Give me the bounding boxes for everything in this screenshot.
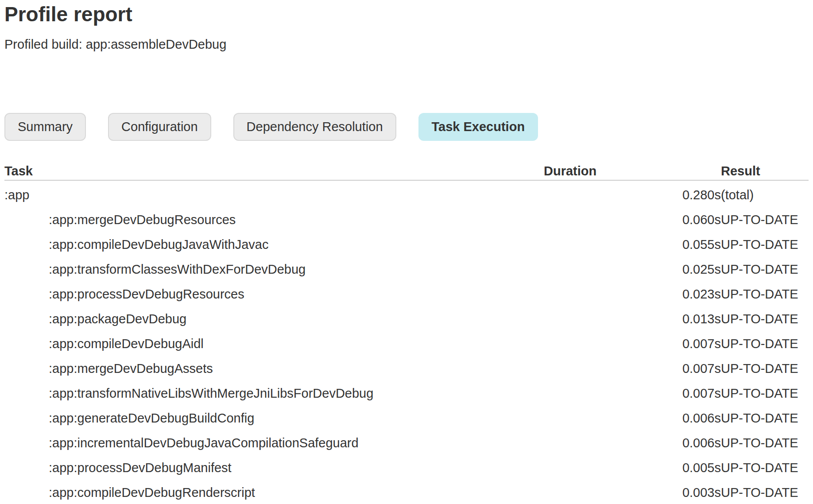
task-duration-cell: 0.003s — [544, 481, 721, 504]
table-row: :app:transformNativeLibsWithMergeJniLibs… — [4, 381, 809, 406]
task-name-cell: :app:compileDevDebugAidl — [4, 332, 544, 357]
tab-dependency-resolution[interactable]: Dependency Resolution — [233, 113, 396, 141]
task-result-cell: UP-TO-DATE — [721, 257, 809, 282]
table-row: :app:compileDevDebugAidl0.007sUP-TO-DATE — [4, 332, 809, 357]
table-header-row: Task Duration Result — [4, 164, 809, 180]
task-name-cell: :app — [4, 180, 544, 208]
task-result-cell: UP-TO-DATE — [721, 406, 809, 431]
task-duration-cell: 0.006s — [544, 431, 721, 456]
table-row: :app0.280s(total) — [4, 180, 809, 208]
task-result-cell: UP-TO-DATE — [721, 481, 809, 504]
task-duration-cell: 0.280s — [544, 180, 721, 208]
column-header-duration: Duration — [544, 164, 721, 180]
tab-summary[interactable]: Summary — [4, 113, 86, 141]
table-row: :app:transformClassesWithDexForDevDebug0… — [4, 257, 809, 282]
table-row: :app:mergeDevDebugResources0.060sUP-TO-D… — [4, 208, 809, 233]
task-duration-cell: 0.055s — [544, 233, 721, 257]
task-execution-table: Task Duration Result :app0.280s(total):a… — [4, 164, 809, 504]
tab-bar: Summary Configuration Dependency Resolut… — [4, 113, 809, 141]
task-duration-cell: 0.006s — [544, 406, 721, 431]
task-result-cell: UP-TO-DATE — [721, 456, 809, 481]
table-row: :app:compileDevDebugRenderscript0.003sUP… — [4, 481, 809, 504]
task-name-cell: :app:incrementalDevDebugJavaCompilationS… — [4, 431, 544, 456]
task-duration-cell: 0.025s — [544, 257, 721, 282]
table-row: :app:processDevDebugResources0.023sUP-TO… — [4, 282, 809, 307]
task-duration-cell: 0.007s — [544, 332, 721, 357]
task-result-cell: (total) — [721, 180, 809, 208]
task-table-body: :app0.280s(total):app:mergeDevDebugResou… — [4, 180, 809, 504]
task-name-cell: :app:mergeDevDebugResources — [4, 208, 544, 233]
task-name-cell: :app:compileDevDebugJavaWithJavac — [4, 233, 544, 257]
task-duration-cell: 0.005s — [544, 456, 721, 481]
tab-configuration[interactable]: Configuration — [108, 113, 211, 141]
table-row: :app:mergeDevDebugAssets0.007sUP-TO-DATE — [4, 357, 809, 381]
table-row: :app:processDevDebugManifest0.005sUP-TO-… — [4, 456, 809, 481]
task-duration-cell: 0.007s — [544, 381, 721, 406]
task-result-cell: UP-TO-DATE — [721, 307, 809, 332]
task-result-cell: UP-TO-DATE — [721, 431, 809, 456]
task-name-cell: :app:generateDevDebugBuildConfig — [4, 406, 544, 431]
task-duration-cell: 0.013s — [544, 307, 721, 332]
task-name-cell: :app:transformClassesWithDexForDevDebug — [4, 257, 544, 282]
profile-report-page: Profile report Profiled build: app:assem… — [0, 3, 813, 504]
column-header-result: Result — [721, 164, 809, 180]
task-result-cell: UP-TO-DATE — [721, 332, 809, 357]
task-name-cell: :app:processDevDebugManifest — [4, 456, 544, 481]
page-title: Profile report — [4, 3, 809, 26]
tab-task-execution[interactable]: Task Execution — [418, 113, 538, 141]
task-result-cell: UP-TO-DATE — [721, 357, 809, 381]
task-result-cell: UP-TO-DATE — [721, 208, 809, 233]
task-name-cell: :app:mergeDevDebugAssets — [4, 357, 544, 381]
task-duration-cell: 0.023s — [544, 282, 721, 307]
table-row: :app:incrementalDevDebugJavaCompilationS… — [4, 431, 809, 456]
column-header-task: Task — [4, 164, 544, 180]
table-row: :app:generateDevDebugBuildConfig0.006sUP… — [4, 406, 809, 431]
task-result-cell: UP-TO-DATE — [721, 381, 809, 406]
task-name-cell: :app:compileDevDebugRenderscript — [4, 481, 544, 504]
task-duration-cell: 0.060s — [544, 208, 721, 233]
task-name-cell: :app:packageDevDebug — [4, 307, 544, 332]
table-row: :app:packageDevDebug0.013sUP-TO-DATE — [4, 307, 809, 332]
profiled-build-label: Profiled build: app:assembleDevDebug — [4, 37, 809, 52]
task-result-cell: UP-TO-DATE — [721, 233, 809, 257]
task-duration-cell: 0.007s — [544, 357, 721, 381]
task-name-cell: :app:processDevDebugResources — [4, 282, 544, 307]
table-row: :app:compileDevDebugJavaWithJavac0.055sU… — [4, 233, 809, 257]
task-result-cell: UP-TO-DATE — [721, 282, 809, 307]
task-name-cell: :app:transformNativeLibsWithMergeJniLibs… — [4, 381, 544, 406]
